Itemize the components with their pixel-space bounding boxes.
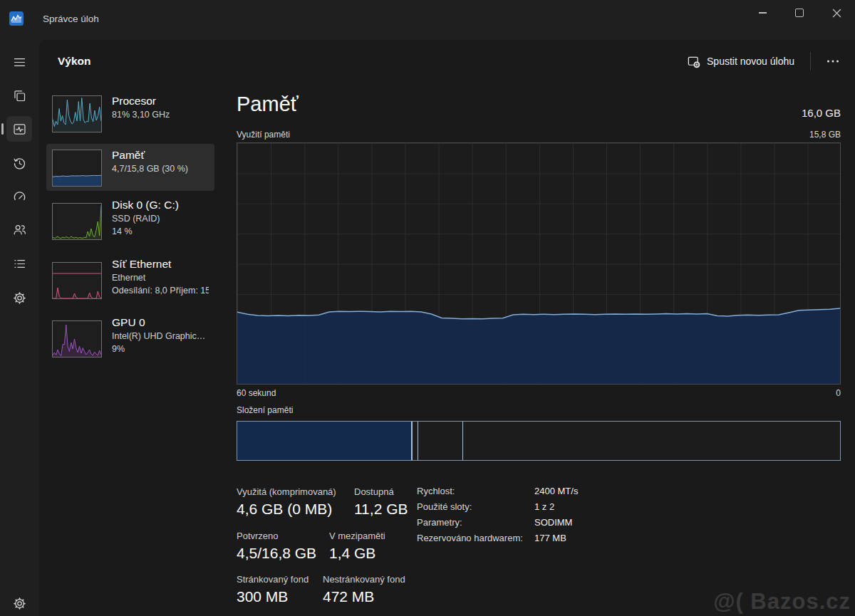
sidebar-item-app-history[interactable] [6, 150, 32, 176]
task-manager-window: Správce úloh [0, 0, 855, 616]
run-new-task-label: Spustit novou úlohu [707, 56, 794, 67]
memory-subtitle: 4,7/15,8 GB (30 %) [112, 162, 188, 175]
memory-total-capacity: 16,0 GB [802, 107, 841, 119]
sidebar-item-users[interactable] [6, 216, 32, 242]
hamburger-menu-icon [12, 55, 27, 70]
main-panel: Výkon Spustit novou úlohu [39, 40, 855, 616]
stat-paged-pool: Stránkovaný fond 300 MB [237, 574, 309, 605]
perf-item-memory[interactable]: Paměť 4,7/15,8 GB (30 %) [46, 144, 214, 191]
hardware-details: Rychlost: 2400 MT/s Použité sloty: 1 z 2… [417, 486, 578, 543]
more-options-button[interactable] [818, 53, 848, 69]
detail-label-slots: Použité sloty: [417, 501, 534, 512]
perf-item-disk[interactable]: Disk 0 (G: C:) SSD (RAID) 14 % [46, 194, 214, 254]
memory-usage-chart[interactable] [237, 142, 841, 385]
close-button[interactable] [818, 0, 855, 26]
maximize-icon [795, 9, 804, 17]
gpu-subtitle-2: 9% [112, 343, 205, 355]
free-memory-divider [462, 422, 463, 460]
detail-value-speed: 2400 MT/s [534, 486, 578, 496]
services-gear-icon [12, 291, 27, 306]
standby-memory-divider [418, 422, 418, 460]
detail-label-speed: Rychlost: [417, 486, 534, 496]
gpu-mini-chart [52, 320, 102, 357]
usage-chart-max-label: 15,8 GB [809, 130, 841, 140]
users-icon [12, 222, 27, 237]
sidebar-item-details[interactable] [6, 251, 32, 276]
watermark: @( Bazos.cz [713, 589, 851, 615]
stat-non-paged-pool: Nestránkovaný fond 472 MB [323, 574, 405, 605]
detail-value-hw-reserved: 177 MB [534, 533, 578, 543]
performance-content: Procesor 81% 3,10 GHz Paměť 4,7/15,8 GB … [39, 83, 855, 616]
settings-gear-icon [12, 596, 27, 611]
sidebar-item-processes[interactable] [6, 83, 32, 108]
memory-mini-chart [52, 150, 102, 187]
close-icon [832, 9, 841, 18]
network-subtitle-1: Ethernet [112, 271, 209, 284]
in-use-memory-segment [237, 422, 412, 460]
x-axis-right-label: 0 [836, 388, 841, 398]
x-axis-left-label: 60 sekund [237, 388, 276, 398]
page-header: Výkon Spustit novou úlohu [39, 40, 855, 83]
memory-composition-bar[interactable] [237, 421, 841, 461]
window-controls [744, 0, 855, 23]
cpu-mini-chart [52, 95, 102, 132]
modified-memory-divider [412, 422, 413, 460]
detail-label-form-factor: Parametry: [417, 517, 534, 528]
minimize-icon [759, 12, 767, 13]
sidebar-item-services[interactable] [6, 285, 32, 310]
composition-label: Složení paměti [237, 405, 293, 415]
ellipsis-icon [826, 59, 839, 63]
perf-item-network[interactable]: Síť Ethernet Ethernet Odesílání: 8,0 Pří… [46, 253, 214, 313]
stat-cached: V mezipaměti 1,4 GB [329, 531, 385, 562]
list-details-icon [12, 256, 27, 271]
new-task-icon [687, 55, 700, 68]
memory-page-title: Paměť [237, 93, 299, 116]
speedometer-icon [12, 189, 27, 204]
perf-item-gpu[interactable]: GPU 0 Intel(R) UHD Graphic… 9% [46, 311, 214, 371]
network-title: Síť Ethernet [112, 257, 209, 271]
gpu-title: GPU 0 [112, 315, 205, 330]
navigation-rail [0, 40, 39, 616]
performance-icon [12, 122, 27, 137]
detail-value-slots: 1 z 2 [534, 501, 578, 512]
detail-label-hw-reserved: Rezervováno hardwarem: [417, 533, 534, 543]
stat-in-use: Využitá (komprimovaná) 4,6 GB (0 MB) [237, 486, 336, 518]
network-mini-chart [52, 262, 102, 299]
perf-item-cpu[interactable]: Procesor 81% 3,10 GHz [46, 90, 214, 141]
nav-menu-button[interactable] [6, 49, 32, 75]
disk-subtitle-2: 14 % [112, 225, 179, 238]
detail-value-form-factor: SODIMM [534, 517, 578, 528]
memory-title: Paměť [112, 148, 188, 162]
toolbar-separator [810, 52, 811, 71]
run-new-task-button[interactable]: Spustit novou úlohu [678, 51, 803, 73]
disk-subtitle-1: SSD (RAID) [112, 212, 179, 225]
minimize-button[interactable] [744, 0, 781, 26]
task-manager-app-icon [9, 11, 24, 26]
sidebar-item-performance[interactable] [6, 116, 32, 142]
gpu-subtitle-1: Intel(R) UHD Graphic… [112, 330, 205, 343]
selection-indicator [1, 123, 4, 135]
stat-committed: Potvrzeno 4,5/16,8 GB [237, 531, 316, 562]
maximize-button[interactable] [781, 0, 818, 26]
header-actions: Spustit novou úlohu [678, 49, 848, 73]
sidebar-item-startup-apps[interactable] [6, 184, 32, 209]
history-clock-icon [12, 156, 27, 171]
cpu-title: Procesor [112, 94, 170, 108]
stat-available: Dostupná 11,2 GB [354, 486, 408, 518]
usage-chart-label: Využití paměti [237, 130, 290, 140]
settings-button[interactable] [6, 590, 32, 616]
cpu-subtitle: 81% 3,10 GHz [112, 108, 170, 121]
disk-title: Disk 0 (G: C:) [112, 198, 179, 212]
titlebar: Správce úloh [0, 0, 855, 40]
app-title: Správce úloh [43, 14, 99, 24]
memory-detail-pane: Paměť 16,0 GB Využití paměti 15,8 GB 60 … [237, 83, 841, 616]
processes-icon [12, 88, 27, 103]
network-subtitle-2: Odesílání: 8,0 Příjem: 15 [112, 284, 209, 297]
disk-mini-chart [52, 203, 102, 240]
page-title: Výkon [58, 55, 91, 68]
